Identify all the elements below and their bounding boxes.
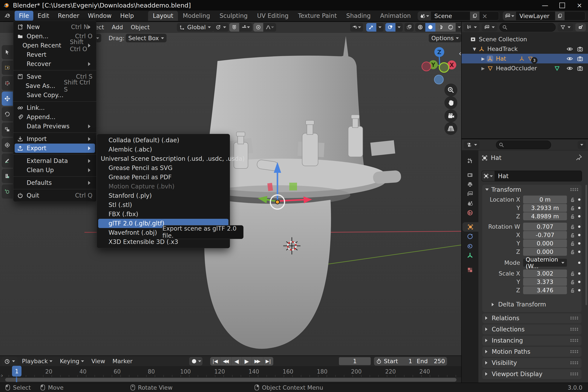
menu-item-export[interactable]: Export xyxy=(14,144,95,153)
camera-icon[interactable] xyxy=(577,46,583,52)
tab-sculpting[interactable]: Sculpting xyxy=(215,11,252,21)
options-dropdown[interactable]: Options xyxy=(429,34,461,42)
disclosure-closed-icon[interactable]: ▶ xyxy=(482,56,485,61)
panel-drag-dots[interactable] xyxy=(570,361,578,364)
menu-item-data-previews[interactable]: Data Previews xyxy=(13,122,96,131)
menu-help[interactable]: Help xyxy=(116,11,138,21)
export-stanford-ply[interactable]: Stanford (.ply) xyxy=(97,191,230,200)
axis-z-neg-ball[interactable] xyxy=(434,75,443,84)
viewport-menu-add[interactable]: Add xyxy=(108,24,127,30)
minimize-button[interactable]: — xyxy=(536,0,554,10)
object-name-field[interactable]: Hat xyxy=(482,171,582,182)
rotation-mode-dropdown[interactable]: Quaternion (W... xyxy=(523,259,567,267)
timeline-menu-playback[interactable]: Playback xyxy=(19,358,56,364)
outliner-row-headtrack[interactable]: ▼ HeadTrack xyxy=(462,44,588,54)
keying-set-dropdown[interactable] xyxy=(198,360,201,364)
sidebar-collapse-icon[interactable]: ‹ xyxy=(458,49,461,58)
outliner-row-headoccluder[interactable]: ▶ HeadOccluder xyxy=(462,64,588,73)
panel-instancing[interactable]: Instancing xyxy=(482,336,582,346)
tool-cursor[interactable] xyxy=(2,76,13,90)
tool-annotate[interactable] xyxy=(2,154,13,168)
export-usd[interactable]: Universal Scene Description (.usd, .usdc… xyxy=(97,154,230,163)
animate-dot[interactable] xyxy=(578,250,580,253)
delta-transform-panel[interactable]: Delta Transform xyxy=(492,301,546,308)
snap-settings-dropdown[interactable] xyxy=(239,23,252,32)
jump-to-start-button[interactable]: |◀ xyxy=(210,357,220,366)
tab-view-layer[interactable] xyxy=(462,189,478,198)
menu-item-quit[interactable]: QuitCtrl Q xyxy=(13,191,96,200)
menu-item-new[interactable]: NewCtrl N xyxy=(13,22,96,32)
panel-drag-dots[interactable] xyxy=(570,328,578,331)
next-keyframe-button[interactable]: ▶▶ xyxy=(252,357,263,366)
export-collada[interactable]: Collada (Default) (.dae) xyxy=(97,136,230,145)
lock-icon[interactable] xyxy=(569,288,576,293)
properties-scrollbar[interactable] xyxy=(586,185,587,305)
eye-icon[interactable] xyxy=(566,65,573,72)
menu-item-link[interactable]: Link... xyxy=(13,103,96,112)
rotation-z-input[interactable]: 0.000 xyxy=(523,248,567,256)
panel-motion-paths[interactable]: Motion Paths xyxy=(482,347,582,357)
panel-drag-dots[interactable] xyxy=(570,316,578,320)
shading-settings-dropdown[interactable] xyxy=(456,23,461,32)
overlays-settings-dropdown[interactable] xyxy=(396,23,403,32)
lock-icon[interactable] xyxy=(569,249,576,255)
gizmo-plane-y[interactable] xyxy=(289,183,297,190)
lock-icon[interactable] xyxy=(569,224,576,230)
tab-world[interactable] xyxy=(462,208,478,218)
tool-move[interactable] xyxy=(2,92,13,106)
animate-dot[interactable] xyxy=(578,198,580,201)
lock-icon[interactable] xyxy=(569,232,576,238)
animate-dot[interactable] xyxy=(578,262,580,264)
editor-type-properties-dropdown[interactable] xyxy=(464,141,480,149)
tab-constraints[interactable] xyxy=(462,241,478,250)
proportional-edit-toggle[interactable] xyxy=(254,23,263,32)
new-collection-button[interactable] xyxy=(575,23,586,32)
timeline-scrollbar[interactable] xyxy=(5,378,456,382)
camera-icon[interactable] xyxy=(577,56,583,62)
start-frame-field[interactable]: 1 xyxy=(400,358,412,364)
panel-collections[interactable]: Collections xyxy=(482,324,582,334)
playhead[interactable]: 1 xyxy=(12,366,22,376)
show-gizmo-toggle[interactable] xyxy=(366,23,376,32)
menu-item-append[interactable]: Append... xyxy=(13,112,96,122)
prev-keyframe-button[interactable]: ◀◀ xyxy=(220,357,232,366)
menu-item-external-data[interactable]: External Data xyxy=(13,156,96,166)
lock-icon[interactable] xyxy=(569,241,576,246)
gizmo-settings-dropdown[interactable] xyxy=(376,23,384,32)
timeline-menu-view[interactable]: View xyxy=(88,358,108,364)
play-button[interactable]: ▶ xyxy=(242,357,252,366)
view-layer-browse-button[interactable] xyxy=(503,12,516,20)
panel-visibility[interactable]: Visibility xyxy=(482,358,582,368)
display-mode-dropdown[interactable] xyxy=(482,23,497,32)
show-overlays-toggle[interactable] xyxy=(385,23,396,32)
menu-item-import[interactable]: Import xyxy=(13,134,96,144)
timeline-menu-keying[interactable]: Keying xyxy=(57,358,87,364)
export-fbx[interactable]: FBX (.fbx) xyxy=(97,210,230,219)
panel-drag-dots[interactable] xyxy=(570,350,578,353)
animate-dot[interactable] xyxy=(578,272,580,275)
outliner-search-input[interactable] xyxy=(500,23,556,32)
viewport-menu-object[interactable]: Object xyxy=(127,24,154,30)
tab-uv-editing[interactable]: UV Editing xyxy=(252,11,293,21)
shading-solid-button[interactable] xyxy=(425,23,436,32)
pivot-point-dropdown[interactable] xyxy=(213,23,229,32)
timeline-menu-marker[interactable]: Marker xyxy=(110,358,136,364)
export-stl[interactable]: Stl (.stl) xyxy=(97,200,230,210)
tool-rotate[interactable] xyxy=(2,107,13,121)
menu-item-save-as[interactable]: Save As...Shift Ctrl S xyxy=(13,81,96,90)
tab-scene[interactable] xyxy=(462,198,478,208)
maximize-button[interactable] xyxy=(554,0,571,10)
selectability-dropdown[interactable] xyxy=(350,23,363,32)
lock-icon[interactable] xyxy=(569,279,576,285)
lock-icon[interactable] xyxy=(569,214,576,219)
tab-modeling[interactable]: Modeling xyxy=(178,11,215,21)
rotation-w-input[interactable]: 0.707 xyxy=(523,223,567,230)
tab-layout[interactable]: Layout xyxy=(148,11,178,21)
menu-render[interactable]: Render xyxy=(54,11,84,21)
blender-app-icon[interactable] xyxy=(3,13,12,19)
auto-key-button[interactable] xyxy=(190,359,198,364)
tool-add-primitive[interactable] xyxy=(2,184,13,198)
scale-y-input[interactable]: 3.373 xyxy=(523,278,567,286)
editor-type-outliner-dropdown[interactable] xyxy=(464,23,480,32)
scene-new-copy-button[interactable] xyxy=(470,12,480,20)
